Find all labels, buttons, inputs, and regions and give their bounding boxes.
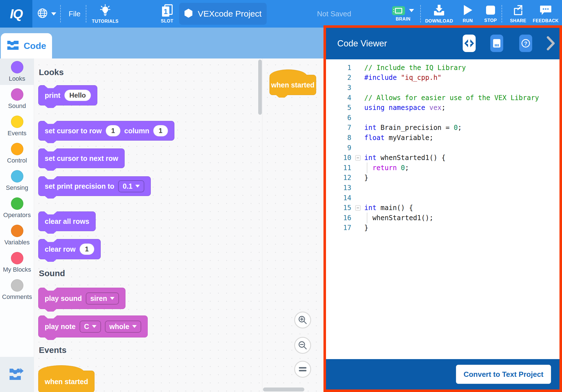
slot-number: 1 [164, 7, 168, 16]
note-value: C [84, 323, 89, 331]
code-line: 16 whenStarted1(); [326, 213, 559, 223]
project-title-pill[interactable]: VEXcode Project [179, 3, 267, 25]
code-line: 9 [326, 143, 559, 153]
code-line: 12} [326, 173, 559, 183]
sidebar-item-variables[interactable]: Variables [0, 222, 34, 249]
tab-code-label: Code [24, 41, 46, 51]
block-set-print-precision[interactable]: set print precision to 0.1 [38, 176, 151, 196]
category-sidebar: Looks Sound Events Control Sensing Opera… [0, 58, 34, 392]
language-menu[interactable] [33, 0, 60, 28]
stop-label: STOP [484, 18, 497, 23]
brain-device-icon [392, 6, 405, 15]
code-viewer-panel: Code Viewer ? [323, 25, 562, 392]
feedback-bubble-icon [539, 4, 552, 17]
stop-square-icon [485, 5, 496, 17]
block-clear-all-rows[interactable]: clear all rows [38, 211, 96, 231]
sound-value: siren [90, 294, 107, 303]
code-line: 8float myVariable; [326, 133, 559, 143]
top-toolbar: IQ File [0, 0, 562, 28]
sidebar-item-sensing[interactable]: Sensing [0, 168, 34, 194]
sidebar-item-operators[interactable]: Operators [0, 195, 34, 221]
code-editor[interactable]: 1// Include the IQ Library2#include "iq_… [326, 59, 559, 359]
column-value-input[interactable]: 1 [153, 125, 168, 136]
code-view-toggle-button[interactable] [463, 35, 476, 52]
palette-section-sound: Sound [39, 269, 65, 278]
sidebar-item-sound[interactable]: Sound [0, 86, 34, 112]
sidebar-item-my-blocks[interactable]: My Blocks [0, 249, 34, 276]
sound-dropdown[interactable]: siren [86, 292, 119, 305]
clear-row-value-input[interactable]: 1 [80, 244, 94, 255]
iq-logo-text: IQ [10, 6, 23, 21]
sidebar-item-control[interactable]: Control [0, 140, 34, 167]
stop-button[interactable]: STOP [480, 0, 501, 28]
svg-text:?: ? [524, 40, 527, 46]
palette-collapse-footer[interactable] [0, 357, 34, 392]
fold-marker-icon[interactable]: − [355, 205, 361, 211]
print-value-input[interactable]: Hello [64, 90, 91, 101]
tutorials-button[interactable]: TUTORIALS [89, 0, 121, 28]
convert-to-text-button[interactable]: Convert to Text Project [456, 365, 551, 384]
chevron-down-icon [132, 325, 137, 328]
row-value-input[interactable]: 1 [106, 125, 120, 136]
run-button[interactable]: RUN [458, 0, 478, 28]
duration-value: whole [109, 323, 129, 331]
precision-dropdown[interactable]: 0.1 [118, 180, 144, 192]
tab-code[interactable]: Code [1, 33, 52, 58]
equals-icon [298, 366, 307, 373]
help-button[interactable]: ? [519, 35, 532, 52]
block-when-started-palette[interactable]: when started [38, 371, 95, 392]
brain-view-button[interactable] [490, 35, 503, 52]
toolbar-separator [86, 5, 86, 22]
category-color-dot [11, 88, 23, 101]
palette-canvas-divider [262, 58, 262, 392]
category-color-dot [11, 116, 23, 128]
zoom-in-icon [298, 315, 307, 325]
collapse-blocks-icon [9, 368, 25, 382]
block-play-note[interactable]: play note C whole [38, 316, 148, 337]
share-button[interactable]: SHARE [506, 0, 530, 28]
iq-logo: IQ [0, 0, 32, 28]
sidebar-item-events[interactable]: Events [0, 113, 34, 139]
zoom-in-button[interactable] [294, 312, 311, 328]
code-viewer-footer: Convert to Text Project [326, 359, 559, 389]
code-line: 2#include "iq_cpp.h" [326, 73, 559, 83]
block-clear-row[interactable]: clear row 1 [38, 239, 101, 259]
feedback-label: FEEDBACK [533, 18, 559, 23]
lightbulb-icon [99, 4, 111, 17]
block-set-cursor-next-row[interactable]: set cursor to next row [38, 148, 125, 168]
zoom-reset-button[interactable] [294, 361, 311, 378]
block-set-cursor-row[interactable]: set cursor to row 1 column 1 [38, 121, 174, 141]
download-label: DOWNLOAD [425, 19, 453, 24]
share-label: SHARE [510, 18, 526, 23]
sidebar-item-looks[interactable]: Looks [0, 58, 34, 85]
brain-button[interactable]: BRAIN [388, 0, 419, 28]
code-line: 15−int main() { [326, 203, 559, 213]
block-play-sound-label: play sound [45, 294, 82, 303]
help-icon: ? [521, 39, 530, 48]
sidebar-item-comments[interactable]: Comments [0, 277, 34, 303]
block-when-started-label: when started [45, 378, 88, 386]
fold-marker-icon[interactable]: − [355, 155, 361, 161]
file-menu[interactable]: File [63, 0, 86, 28]
block-print[interactable]: print Hello [38, 85, 97, 105]
zoom-out-button[interactable] [294, 337, 311, 354]
code-line: 3 [326, 83, 559, 93]
note-dropdown[interactable]: C [80, 321, 101, 333]
slot-button[interactable]: 1 SLOT [154, 0, 180, 28]
block-play-sound[interactable]: play sound siren [38, 288, 125, 309]
palette-scrollbar[interactable] [258, 60, 262, 115]
canvas-horizontal-scrollbar[interactable] [263, 388, 304, 391]
feedback-button[interactable]: FEEDBACK [531, 0, 560, 28]
block-play-note-label: play note [45, 323, 76, 331]
code-line: 10−int whenStarted1() { [326, 153, 559, 163]
category-color-dot [11, 225, 23, 237]
canvas-when-started-block[interactable]: when started [269, 75, 316, 95]
code-brackets-icon [464, 39, 474, 47]
collapse-panel-button[interactable] [546, 36, 556, 51]
toolbar-separator [420, 5, 421, 22]
save-status: Not Saved [317, 0, 351, 28]
block-clear-row-label: clear row [45, 245, 76, 253]
code-viewer-header: Code Viewer ? [326, 28, 559, 59]
download-button[interactable]: DOWNLOAD [424, 0, 455, 28]
duration-dropdown[interactable]: whole [105, 321, 141, 333]
